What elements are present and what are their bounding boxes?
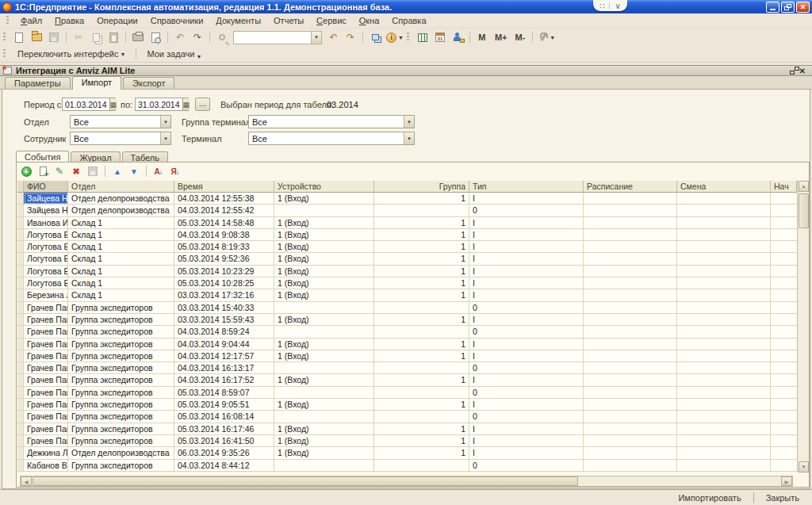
cell-grp[interactable] bbox=[374, 460, 469, 472]
cell-fio[interactable]: Иванова Ир... bbox=[24, 217, 68, 229]
menu-item-8[interactable]: Справка bbox=[385, 14, 432, 27]
cell-tip[interactable]: I bbox=[469, 229, 584, 241]
delete-row-button[interactable]: ✖ bbox=[69, 165, 83, 178]
column-header-8[interactable]: Нач bbox=[771, 181, 797, 193]
cell-dev[interactable]: 1 (Вход) bbox=[274, 229, 374, 241]
cell-nach[interactable] bbox=[771, 411, 797, 423]
cell-tip[interactable]: I bbox=[469, 350, 584, 362]
table-row[interactable]: Грачев Пав...Группа экспедиторов05.03.20… bbox=[17, 435, 797, 447]
table-row[interactable]: Кабанов Ва...Группа экспедиторов04.03.20… bbox=[17, 460, 797, 472]
table-row[interactable]: Логутова Е...Склад 104.03.2014 9:08:381 … bbox=[17, 229, 797, 241]
menu-item-1[interactable]: Правка bbox=[48, 14, 90, 27]
cell-grp[interactable] bbox=[374, 302, 469, 314]
cell-rasp[interactable] bbox=[584, 350, 677, 362]
cell-time[interactable]: 05.03.2014 14:58:48 bbox=[174, 217, 274, 229]
cell-otdel[interactable]: Склад 1 bbox=[68, 266, 174, 277]
cell-smena[interactable] bbox=[677, 241, 771, 253]
cell-nach[interactable] bbox=[771, 435, 797, 447]
column-header-1[interactable]: Отдел bbox=[68, 181, 174, 193]
cell-otdel[interactable]: Склад 1 bbox=[68, 253, 174, 265]
cell-rasp[interactable] bbox=[584, 193, 677, 205]
table-row[interactable]: Логутова Е...Склад 105.03.2014 10:28:251… bbox=[17, 277, 797, 289]
cell-otdel[interactable]: Группа экспедиторов bbox=[68, 339, 174, 350]
table-row[interactable]: Логутова Е...Склад 105.03.2014 9:52:361 … bbox=[17, 253, 797, 265]
open-button[interactable] bbox=[29, 30, 44, 44]
cell-rasp[interactable] bbox=[584, 374, 677, 386]
cell-time[interactable]: 05.03.2014 10:23:29 bbox=[174, 266, 274, 277]
table-row[interactable]: Грачев Пав...Группа экспедиторов03.03.20… bbox=[17, 314, 797, 326]
cell-nach[interactable] bbox=[771, 387, 797, 399]
cell-time[interactable]: 03.03.2014 17:32:16 bbox=[174, 289, 274, 301]
cell-tip[interactable]: 0 bbox=[469, 411, 584, 423]
table-row[interactable]: Иванова Ир...Склад 105.03.2014 14:58:481… bbox=[17, 217, 797, 229]
cell-dev[interactable] bbox=[274, 411, 374, 423]
cell-otdel[interactable]: Склад 1 bbox=[68, 229, 174, 241]
table-row[interactable]: Грачев Пав...Группа экспедиторов04.03.20… bbox=[17, 374, 797, 386]
cell-otdel[interactable]: Отдел делопроизводства bbox=[68, 193, 174, 205]
cell-smena[interactable] bbox=[677, 435, 771, 447]
cell-otdel[interactable]: Группа экспедиторов bbox=[68, 399, 174, 411]
cell-tip[interactable]: I bbox=[469, 277, 584, 289]
cell-fio[interactable]: Логутова Е... bbox=[24, 266, 68, 277]
cell-dev[interactable]: 1 (Вход) bbox=[274, 217, 374, 229]
cell-otdel[interactable]: Группа экспедиторов bbox=[68, 302, 174, 314]
cell-nach[interactable] bbox=[771, 277, 797, 289]
cell-rasp[interactable] bbox=[584, 447, 677, 459]
cell-time[interactable]: 04.03.2014 9:08:38 bbox=[174, 229, 274, 241]
cell-tip[interactable]: I bbox=[469, 374, 584, 386]
cell-time[interactable]: 04.03.2014 12:17:57 bbox=[174, 350, 274, 362]
cell-otdel[interactable]: Группа экспедиторов bbox=[68, 460, 174, 472]
sort-descending-button[interactable]: Я↓ bbox=[168, 165, 182, 178]
cell-smena[interactable] bbox=[677, 253, 771, 265]
find-previous-button[interactable]: ↷ bbox=[325, 30, 341, 44]
inner-tab-1[interactable]: Журнал bbox=[71, 151, 120, 163]
table-tool-button[interactable] bbox=[415, 30, 431, 44]
cell-nach[interactable] bbox=[771, 423, 797, 435]
cell-time[interactable]: 04.03.2014 16:13:17 bbox=[174, 362, 274, 374]
cell-dev[interactable] bbox=[274, 302, 374, 314]
cell-smena[interactable] bbox=[677, 229, 771, 241]
cell-tip[interactable]: I bbox=[469, 217, 584, 229]
cell-time[interactable]: 05.03.2014 8:19:33 bbox=[174, 241, 274, 253]
cell-grp[interactable]: 1 bbox=[374, 339, 469, 350]
copy-button[interactable] bbox=[88, 30, 104, 44]
cell-grp[interactable]: 1 bbox=[374, 229, 469, 241]
cell-rasp[interactable] bbox=[584, 241, 677, 253]
cell-otdel[interactable]: Группа экспедиторов bbox=[68, 374, 174, 386]
cell-grp[interactable]: 1 bbox=[374, 399, 469, 411]
table-row[interactable]: Грачев Пав...Группа экспедиторов04.03.20… bbox=[17, 350, 797, 362]
cell-time[interactable]: 06.03.2014 9:35:26 bbox=[174, 447, 274, 459]
cell-rasp[interactable] bbox=[584, 205, 677, 216]
table-row[interactable]: Грачев Пав...Группа экспедиторов04.03.20… bbox=[17, 339, 797, 350]
table-row[interactable]: Грачев Пав...Группа экспедиторов05.03.20… bbox=[17, 399, 797, 411]
period-from-value[interactable]: 01.03.2014 bbox=[63, 98, 109, 110]
cell-otdel[interactable]: Отдел делопроизводства bbox=[68, 447, 174, 459]
cell-nach[interactable] bbox=[771, 399, 797, 411]
save-button[interactable] bbox=[46, 30, 62, 44]
my-tasks-button[interactable]: Мои задачи▼ bbox=[142, 48, 206, 61]
overlay-pill[interactable]: ∷ ∨ bbox=[593, 0, 627, 11]
cell-otdel[interactable]: Склад 1 bbox=[68, 277, 174, 289]
cell-dev[interactable]: 1 (Вход) bbox=[274, 447, 374, 459]
cell-rasp[interactable] bbox=[584, 460, 677, 472]
move-up-button[interactable]: ▲ bbox=[110, 165, 124, 178]
period-to-field[interactable]: 31.03.2014 ▦ bbox=[135, 98, 189, 111]
cell-nach[interactable] bbox=[771, 460, 797, 472]
info-button[interactable]: i▼ bbox=[385, 30, 405, 44]
move-down-button[interactable]: ▼ bbox=[127, 165, 141, 178]
cell-otdel[interactable]: Склад 1 bbox=[68, 217, 174, 229]
cell-fio[interactable]: Грачев Пав... bbox=[24, 302, 68, 314]
tab-2[interactable]: Экспорт bbox=[123, 77, 174, 89]
period-to-value[interactable]: 31.03.2014 bbox=[136, 98, 182, 110]
redo-button[interactable]: ↷ bbox=[190, 30, 205, 44]
cell-dev[interactable] bbox=[274, 387, 374, 399]
cell-otdel[interactable]: Группа экспедиторов bbox=[68, 326, 174, 338]
cell-fio[interactable]: Грачев Пав... bbox=[24, 399, 68, 411]
cell-rasp[interactable] bbox=[584, 314, 677, 326]
scroll-left-button[interactable]: ◀ bbox=[21, 476, 32, 486]
cell-grp[interactable]: 1 bbox=[374, 289, 469, 301]
cell-grp[interactable]: 1 bbox=[374, 435, 469, 447]
cell-smena[interactable] bbox=[677, 374, 771, 386]
cell-dev[interactable]: 1 (Вход) bbox=[274, 314, 374, 326]
cell-nach[interactable] bbox=[771, 374, 797, 386]
